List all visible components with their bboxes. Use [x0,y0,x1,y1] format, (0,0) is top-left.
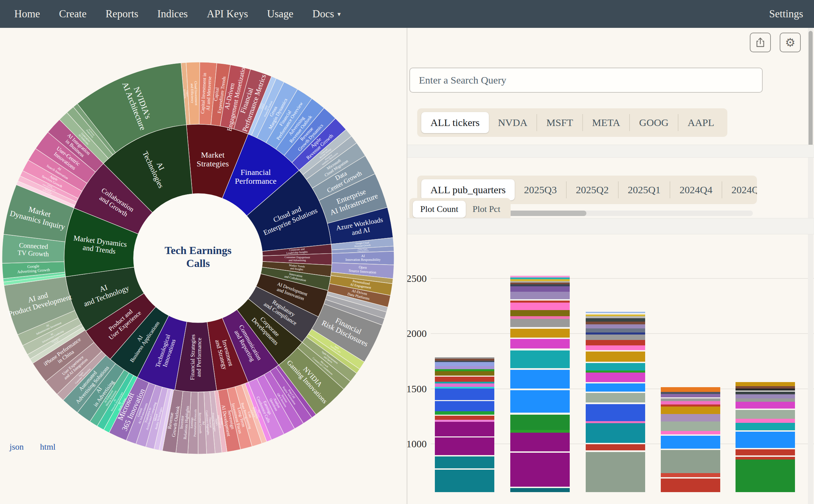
json-link[interactable]: json [10,442,24,452]
bar-2-segment-16 [586,352,645,362]
bar-3-segment-17 [661,387,720,392]
bar-0-segment-6 [435,422,494,436]
bar-0-segment-3 [435,455,494,456]
share-icon [755,37,766,48]
bar-0-segment-16 [435,382,494,383]
bar-1-segment-25 [510,286,570,292]
ticker-tab-all[interactable]: ALL tickers [421,112,489,133]
bar-4-segment-6 [736,430,795,432]
bar-0-segment-11 [435,401,494,411]
quarter-tab-2025q1[interactable]: 2025Q1 [618,181,670,198]
nav-reports[interactable]: Reports [106,8,138,20]
nav-settings-label: Settings [769,8,803,20]
bar-2-segment-15 [586,362,645,363]
bar-3-segment-11 [661,404,720,407]
controls-panel: 2500200015001000 ⚙ ALL tickers NVDA MSFT… [407,28,814,504]
bar-1-segment-7 [510,413,570,415]
bar-4-segment-7 [736,423,795,430]
bar-2-segment-26 [586,316,645,318]
app-root: Home Create Reports Indices API Keys Usa… [0,0,814,504]
wedge-label-global-supply-chain-resilience: Global SupplyChain Resilience [357,248,369,252]
settings-button[interactable]: ⚙ [780,33,801,52]
bar-0-segment-2 [435,456,494,468]
bar-1-segment-29 [510,279,570,281]
bar-4-segment-8 [736,419,795,423]
bar-2-segment-10 [586,383,645,392]
nav-home[interactable]: Home [14,8,40,20]
vertical-scrollbar-thumb[interactable] [809,31,813,146]
quarter-tab-2025q3[interactable]: 2025Q3 [515,181,566,198]
bar-1-segment-23 [510,299,570,301]
share-button[interactable] [750,33,771,52]
bar-3-segment-6 [661,434,720,436]
bar-3-segment-8 [661,421,720,431]
export-links: json html [10,442,56,452]
bar-1-segment-14 [510,339,570,348]
bar-2-segment-3 [586,443,645,444]
bar-1-segment-28 [510,281,570,283]
sunburst-panel: MarketStrategiesFinancialPerformanceClou… [0,28,407,504]
bar-2-segment-0 [586,452,645,492]
ticker-filter: ALL tickers NVDA MSFT META GOOG AAPL [417,108,727,137]
bar-3-segment-4 [661,449,720,450]
bar-0-segment-23 [435,361,494,362]
top-nav: Home Create Reports Indices API Keys Usa… [0,0,814,28]
bar-4-segment-9 [736,410,795,419]
nav-docs-label: Docs [313,8,334,20]
html-link[interactable]: html [40,442,56,452]
bar-0-segment-20 [435,369,494,371]
bar-0-segment-22 [435,362,494,366]
quarter-tab-2024q3[interactable]: 2024Q3 [722,181,757,198]
bar-0-segment-18 [435,376,494,377]
bar-1-segment-4 [510,433,570,451]
quarter-tab-2025q2[interactable]: 2025Q2 [566,181,618,198]
bar-0-segment-10 [435,411,494,415]
ticker-tab-aapl[interactable]: AAPL [678,114,723,131]
nav-api-keys[interactable]: API Keys [207,8,248,20]
bar-3-segment-0 [661,479,720,492]
bar-1-segment-10 [510,370,570,389]
ticker-tab-meta[interactable]: META [582,114,630,131]
bar-3-segment-5 [661,436,720,449]
bar-2-segment-20 [586,335,645,340]
bar-2-segment-7 [586,402,645,404]
y-tick-1500: 1500 [407,383,427,394]
plot-pct-button[interactable]: Plot Pct [466,202,507,216]
bar-0-segment-4 [435,437,494,455]
nav-create[interactable]: Create [59,8,87,20]
bar-3-segment-2 [661,473,720,477]
ticker-tab-nvda[interactable]: NVDA [489,114,537,131]
bar-2-segment-9 [586,392,645,393]
bar-1-segment-30 [510,277,570,279]
bar-2-segment-25 [586,318,645,322]
quarter-tab-all[interactable]: ALL pub_quarters [421,179,515,200]
bar-4-segment-17 [736,386,795,389]
nav-settings[interactable]: Settings [769,0,803,28]
bar-1-segment-11 [510,368,570,370]
ticker-tab-msft[interactable]: MSFT [536,114,582,131]
bar-1-segment-0 [510,488,570,492]
ticker-tab-goog[interactable]: GOOG [629,114,678,131]
bar-0-segment-25 [435,357,494,359]
bar-2-segment-19 [586,340,645,345]
plot-count-button[interactable]: Plot Count [413,201,466,218]
nav-usage[interactable]: Usage [267,8,293,20]
nav-left-group: Home Create Reports Indices API Keys Usa… [0,8,341,20]
bar-4-segment-5 [736,432,795,448]
search-input[interactable] [409,68,763,93]
bar-3-segment-1 [661,477,720,479]
bar-0-segment-24 [435,359,494,361]
bar-2-segment-2 [586,444,645,450]
nav-docs[interactable]: Docs ▾ [313,8,341,20]
bar-0-segment-14 [435,387,494,389]
quarter-tab-2024q4[interactable]: 2024Q4 [670,181,722,198]
bar-2-segment-21 [586,332,645,335]
bar-1-segment-8 [510,390,570,413]
nav-indices[interactable]: Indices [157,8,188,20]
bar-2-segment-14 [586,363,645,371]
bar-1-segment-17 [510,327,570,329]
bar-0-segment-13 [435,389,494,400]
sunburst-chart[interactable]: MarketStrategiesFinancialPerformanceClou… [0,28,407,504]
bar-1-segment-32 [510,274,570,276]
bar-2-segment-4 [586,423,645,443]
